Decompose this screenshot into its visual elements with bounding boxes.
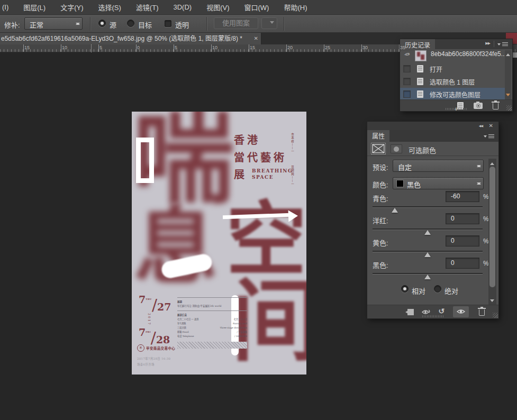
date-1-numerator: 7: [139, 294, 146, 305]
menu-item-view[interactable]: 视图(V): [206, 2, 229, 12]
delete-state-icon[interactable]: [493, 103, 498, 109]
menu-item-layer[interactable]: 图层(L): [23, 2, 46, 12]
patch-mode-value: 正常: [30, 20, 43, 30]
magenta-slider-thumb[interactable]: [424, 227, 431, 235]
info-heading-1: 展期: [177, 300, 247, 303]
canvas-poster-image[interactable]: 喘 息 空 间 香港 當代藝術 展 BREATHING SPACE 市本峰——一…: [132, 112, 306, 375]
panel-menu-icon[interactable]: [497, 42, 508, 47]
reset-adjustment-icon[interactable]: ↺: [438, 307, 445, 315]
new-document-from-state-icon[interactable]: +: [457, 102, 464, 112]
menu-item-3d[interactable]: 3D(D): [173, 3, 192, 11]
black-slider-track[interactable]: [373, 273, 483, 274]
info-cell: / 平安微集: [237, 330, 248, 334]
yellow-label: 黄色:: [373, 238, 388, 248]
properties-tab-row: 属性: [367, 130, 498, 142]
ruler-number: 30: [362, 45, 368, 50]
yellow-slider-thumb[interactable]: [424, 249, 431, 257]
collapse-panel-icon[interactable]: ◀◀: [479, 124, 483, 127]
history-snapshot-row[interactable]: ✎ 8eb4ab60c86800f324fe5...: [400, 49, 505, 62]
magenta-input[interactable]: 0: [446, 213, 479, 224]
panel-drag-grip[interactable]: [422, 315, 443, 317]
organizer-logo-icon: ✳: [137, 344, 144, 352]
yellow-input[interactable]: 0: [446, 235, 479, 246]
color-dropdown[interactable]: 黑色: [393, 177, 484, 189]
scroll-down-icon[interactable]: [506, 94, 510, 98]
magenta-slider-track[interactable]: [373, 229, 483, 230]
poster-date-1: 7THU/27: [139, 294, 171, 314]
adjustment-header: 可选颜色: [367, 142, 498, 156]
info-cell: 三段分销: [177, 326, 186, 330]
history-panel: 历史记录 ▶▶ ✎ 8eb4ab60c86800f324fe5... 打开 选取…: [400, 39, 512, 111]
history-row-open[interactable]: 打开: [400, 62, 505, 75]
close-panel-icon[interactable]: ✕: [489, 123, 493, 129]
target-label: 目标: [138, 20, 152, 30]
yellow-slider-track[interactable]: [373, 251, 483, 252]
adjustment-title: 可选颜色: [409, 145, 436, 155]
properties-scrollbar[interactable]: [488, 159, 496, 306]
menu-item-select[interactable]: 选择(S): [98, 2, 121, 12]
relative-radio[interactable]: [401, 285, 409, 293]
close-tab-icon[interactable]: ✕: [254, 33, 258, 44]
poster-side-text-1: 市本峰——一: [291, 133, 295, 153]
poster-subtitle-line1: BREATHING: [252, 168, 293, 174]
poster-subtitle-line2: SPACE: [252, 174, 293, 180]
black-label: 黑色:: [373, 260, 388, 270]
spinner-arrows-icon: [76, 21, 80, 27]
panel-menu-icon[interactable]: [484, 134, 494, 139]
poster-title-cn: 香港 當代藝術: [234, 132, 287, 167]
scroll-up-icon[interactable]: [506, 51, 510, 56]
scroll-up-icon[interactable]: [490, 160, 494, 165]
scrollbar-thumb[interactable]: [489, 167, 495, 287]
scroll-down-icon[interactable]: [490, 299, 494, 304]
collapse-panel-icon[interactable]: ▶▶: [485, 41, 490, 45]
target-radio[interactable]: [127, 20, 134, 27]
panel-resize-grip[interactable]: [506, 105, 512, 111]
history-row-modify-selective-color[interactable]: 修改可选颜色图层: [400, 88, 505, 101]
history-source-well[interactable]: [403, 78, 411, 85]
menu-item-window[interactable]: 窗口(W): [244, 2, 269, 12]
info-cell: 七月二十七日 一 进场: [177, 317, 198, 322]
cyan-input[interactable]: -60: [446, 191, 479, 202]
menu-item-filter[interactable]: 滤镜(T): [136, 2, 159, 12]
info-row: 三段分销 Three stage distribution: [177, 326, 247, 330]
menu-item-help[interactable]: 帮助(H): [284, 2, 307, 12]
history-state-label: 选取颜色 1 图层: [430, 77, 475, 86]
use-pattern-button[interactable]: 使用图案: [214, 17, 258, 29]
pattern-picker-dropdown[interactable]: [261, 17, 277, 29]
layer-mask-icon[interactable]: [371, 143, 385, 154]
ruler-number: 15: [250, 45, 255, 50]
cyan-slider-track[interactable]: [373, 206, 483, 207]
delete-adjustment-icon[interactable]: [479, 309, 485, 316]
panel-resize-grip[interactable]: [493, 313, 498, 318]
date-1-denominator: 27: [157, 301, 171, 313]
document-tab[interactable]: e5d5ab6cfd62af619616a5069a-ELyd3O_fw658.…: [0, 33, 261, 44]
absolute-radio[interactable]: [434, 285, 441, 293]
history-source-well[interactable]: [403, 65, 411, 72]
history-brush-icon[interactable]: ✎: [403, 50, 411, 59]
spinner-arrows-icon: [477, 163, 482, 169]
preset-dropdown[interactable]: 自定: [393, 160, 484, 172]
clip-to-layer-icon[interactable]: [407, 309, 414, 315]
info-line-1: 早乙醉行号让·消防会/平安展区5th world: [177, 304, 247, 308]
source-radio[interactable]: [98, 20, 106, 27]
menu-item-type[interactable]: 文字(Y): [60, 2, 83, 12]
black-slider-thumb[interactable]: [424, 271, 431, 279]
photoshop-window: (I) 图层(L) 文字(Y) 选择(S) 滤镜(T) 3D(D) 视图(V) …: [0, 0, 517, 420]
history-row-select-color[interactable]: 选取颜色 1 图层: [400, 75, 505, 88]
history-source-well[interactable]: [403, 90, 411, 98]
new-snapshot-icon[interactable]: [474, 103, 483, 109]
options-separator: [90, 17, 90, 31]
patch-mode-dropdown[interactable]: 正常: [24, 17, 83, 30]
black-input[interactable]: 0: [446, 258, 479, 269]
menu-item-partial[interactable]: (I): [2, 3, 8, 11]
transparent-checkbox[interactable]: [165, 20, 171, 27]
properties-tab[interactable]: 属性: [367, 130, 389, 142]
poster-title-line2: 當代藝術: [234, 149, 287, 167]
history-scrollbar[interactable]: [505, 50, 511, 99]
adjustment-icon[interactable]: [391, 144, 402, 153]
ruler-number: 10: [62, 45, 67, 50]
cyan-slider-thumb[interactable]: [392, 205, 398, 213]
panel-drag-grip[interactable]: [446, 108, 467, 110]
toggle-visibility-button[interactable]: [453, 306, 469, 317]
info-row: 早鸟预售 Fantasy mall: [177, 322, 247, 326]
